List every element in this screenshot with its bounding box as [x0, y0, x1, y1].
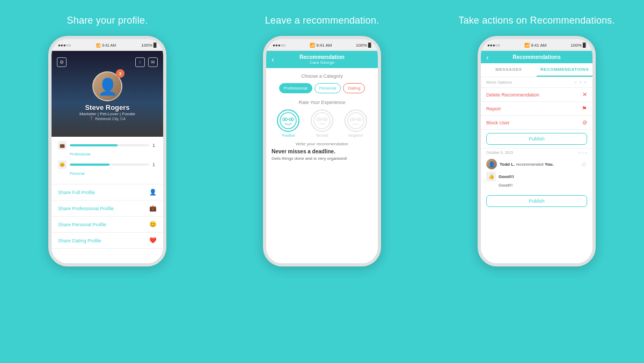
phone3-battery: 100% ▉ [570, 43, 586, 48]
svg-point-10 [318, 118, 319, 120]
smiley-icon: ☺ [581, 160, 587, 168]
link-full-profile-text: Share Full Profile [58, 190, 95, 195]
personal-label: Personal [58, 172, 157, 175]
category-professional-btn[interactable]: Professional [279, 83, 312, 93]
stat-row-personal: 😊 1 Personal [58, 160, 157, 175]
positive-face-svg [280, 112, 297, 129]
rec-nav-header: ‹ Recommendation Cara George [266, 51, 378, 68]
tab-bar: MESSAGES RECOMMENDATIONS [481, 63, 592, 77]
profile-links: Share Full Profile 👤 Share Professional … [52, 184, 163, 263]
choose-category-label: Choose a Category [272, 73, 372, 79]
rec-header-title: Recommendation [299, 54, 345, 60]
profile-location: 📍 Redwood City, CA [89, 116, 126, 121]
negative-face-svg [347, 112, 364, 129]
link-full-profile[interactable]: Share Full Profile 👤 [52, 184, 163, 201]
notification-body: Good!!! [486, 183, 587, 188]
back-button[interactable]: ‹ [272, 55, 274, 64]
phone1-notch-area: 📶 9:41 AM [96, 43, 116, 48]
recommender-name: Todd L. [500, 162, 515, 167]
svg-point-4 [284, 118, 286, 120]
neutral-face-svg [313, 112, 331, 129]
write-rec-label: Write your recommendation [272, 142, 372, 146]
publish-button-1[interactable]: Publish [486, 133, 587, 145]
phone2: ●●●○○ 📶 9:41 AM 100% ▉ ‹ Recommendation … [263, 36, 381, 266]
svg-point-18 [358, 118, 360, 120]
category-personal-btn[interactable]: Personal [314, 83, 341, 93]
link-professional-profile[interactable]: Share Professional Profile 💼 [52, 201, 163, 217]
link-dating-profile-icon: ❤️ [149, 237, 157, 244]
professional-count: 1 [152, 143, 157, 148]
phone3-time: 📶 9:41 AM [524, 43, 547, 48]
actions-header-title: Recommendations [513, 54, 560, 60]
report-row[interactable]: Report ⚑ [481, 102, 592, 116]
phone2-battery: 100% ▉ [356, 43, 371, 48]
good-badge-row: 👍 Good!!! [486, 172, 587, 181]
neutral-label: Neutral [316, 134, 328, 137]
profile-background: ⚙ ↑ ✉ 👤 3 Steve Rogers Marketer | Pet-Lo… [52, 51, 163, 137]
block-user-label: Block User [486, 120, 510, 125]
settings-icon[interactable]: ⚙ [57, 57, 67, 67]
mail-icon[interactable]: ✉ [148, 57, 158, 67]
link-professional-profile-icon: 💼 [149, 205, 157, 212]
personal-bar-wrap [70, 164, 149, 166]
category-dating-btn[interactable]: Dating [343, 83, 365, 93]
link-dating-profile[interactable]: Share Dating Profile ❤️ [52, 233, 163, 249]
rate-experience-label: Rate Your Experience [272, 100, 372, 105]
category-buttons: Professional Personal Dating [272, 83, 372, 93]
notification-date-row: October 9, 2015 ○ ○ ○ [481, 148, 592, 157]
tab-messages[interactable]: MESSAGES [481, 63, 537, 77]
personal-count: 1 [152, 162, 157, 167]
profile-top-icons: ⚙ ↑ ✉ [52, 55, 163, 69]
positive-emoji [277, 109, 299, 132]
more-options-row: More Options ○ ○ ○ [481, 77, 592, 88]
svg-point-0 [280, 113, 296, 129]
delete-recommendation-label: Delete Recommendation [486, 92, 539, 98]
notification-badge: 3 [116, 69, 125, 78]
actions-back-button[interactable]: ‹ [486, 53, 489, 62]
phone3-status-bar: ●●●○○ 📶 9:41 AM 100% ▉ [481, 39, 592, 51]
panel-take-actions: Take actions on Recommendations. ●●●○○ 📶… [429, 0, 644, 363]
phone3-signal: ●●●○○ [487, 43, 500, 48]
phone3: ●●●○○ 📶 9:41 AM 100% ▉ ‹ Recommendations… [478, 36, 596, 266]
positive-label: Positive [282, 134, 295, 137]
tab-recommendations[interactable]: RECOMMENDATIONS [537, 63, 592, 77]
link-personal-profile-icon: 😊 [149, 221, 157, 228]
panel-leave-recommendation: Leave a recommendation. ●●●○○ 📶 9:41 AM … [215, 0, 429, 363]
link-professional-profile-text: Share Professional Profile [58, 206, 114, 211]
notification-text: Todd L. recommended You. [500, 162, 554, 167]
actions-main-content: More Options ○ ○ ○ Delete Recommendation… [481, 77, 592, 263]
svg-point-17 [352, 118, 353, 120]
notification-date: October 9, 2015 [486, 151, 513, 154]
phone1-signal-dots: ●●●○○ [58, 43, 71, 48]
rec-header-subtitle: Cara George [299, 60, 345, 65]
link-full-profile-icon: 👤 [149, 189, 157, 196]
professional-bar-wrap [70, 144, 149, 146]
rating-neutral[interactable]: Neutral [311, 109, 333, 137]
flag-icon: ⚑ [582, 105, 587, 112]
rating-positive[interactable]: Positive [277, 109, 299, 137]
link-personal-profile[interactable]: Share Personal Profile 😊 [52, 217, 163, 233]
rating-emoji-row: Positive [272, 109, 372, 137]
personal-bar [70, 164, 109, 166]
block-user-row[interactable]: Block User ⊘ [481, 116, 592, 130]
negative-label: Negative [348, 134, 363, 137]
share-icon[interactable]: ↑ [135, 57, 145, 67]
report-label: Report [486, 106, 501, 112]
professional-bar [70, 144, 118, 146]
notification-target: You. [545, 162, 554, 167]
phone1: ●●●○○ 📶 9:41 AM 100% ▉ ⚙ ↑ ✉ 👤 3 [48, 36, 166, 266]
profile-stats: 💼 1 Professional 😊 1 [52, 137, 163, 184]
good-badge-icon: 👍 [486, 172, 496, 181]
profile-bio: Marketer | Pet-Lover | Foodie [79, 112, 135, 116]
phone2-status-bar: ●●●○○ 📶 9:41 AM 100% ▉ [266, 39, 378, 51]
rec-body-text: Gets things done and is very organized! [272, 156, 372, 161]
more-options-dots[interactable]: ○ ○ ○ [574, 80, 587, 85]
svg-point-5 [291, 118, 292, 120]
rating-negative[interactable]: Negative [345, 109, 367, 137]
phone1-content: ⚙ ↑ ✉ 👤 3 Steve Rogers Marketer | Pet-Lo… [52, 51, 163, 263]
publish-button-2[interactable]: Publish [486, 195, 587, 207]
delete-recommendation-row[interactable]: Delete Recommendation ✕ [481, 88, 592, 102]
todd-avatar: 👤 [486, 159, 497, 169]
panel2-title: Leave a recommendation. [265, 15, 379, 26]
personal-stat-icon: 😊 [58, 160, 67, 169]
